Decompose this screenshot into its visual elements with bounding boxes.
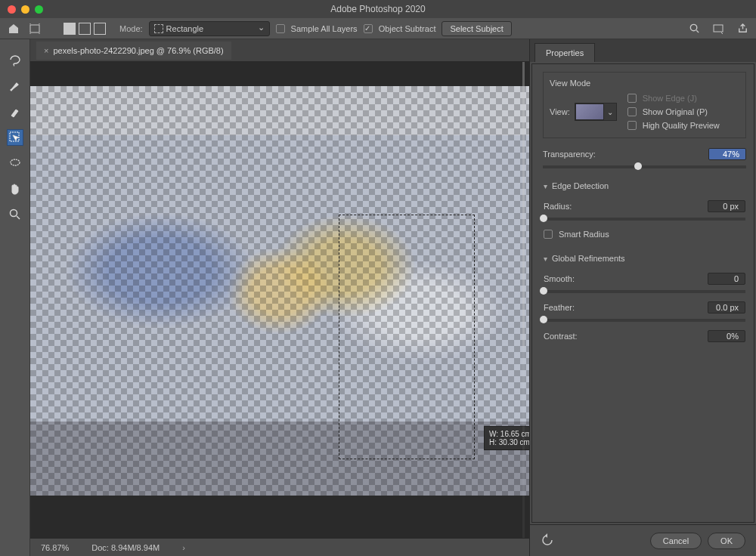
mode-select[interactable]: Rectangle xyxy=(149,21,270,36)
properties-tab[interactable]: Properties xyxy=(534,43,595,62)
global-refinements-section: Global Refinements Smooth:0 Feather:0.0 … xyxy=(543,250,746,344)
status-docsize: Doc: 8.94M/8.94M xyxy=(91,543,160,552)
feather-value[interactable]: 0.0 px xyxy=(708,301,745,314)
reset-icon[interactable] xyxy=(541,533,554,548)
transparency-slider[interactable] xyxy=(543,165,746,168)
lasso-poly-tool-icon[interactable] xyxy=(8,156,23,171)
svg-point-4 xyxy=(11,159,20,165)
document-tab-bar: × pexels-photo-2422290.jpeg @ 76.9% (RGB… xyxy=(30,39,529,62)
search-icon[interactable] xyxy=(686,21,702,36)
edge-detection-section: Edge Detection Radius: 0 px Smart Radius xyxy=(543,178,746,241)
slider-thumb[interactable] xyxy=(540,316,547,323)
view-thumb-icon xyxy=(575,103,604,120)
panel-body: View Mode View: Show Edge (J) Show Origi… xyxy=(531,63,754,523)
minimize-icon[interactable] xyxy=(21,5,29,14)
selection-mode-group xyxy=(64,23,106,35)
title-bar: Adobe Photoshop 2020 xyxy=(0,0,756,18)
slider-thumb[interactable] xyxy=(634,162,642,170)
feather-slider[interactable] xyxy=(544,319,745,322)
sample-all-layers: Sample All Layers xyxy=(276,23,358,35)
show-original-checkbox[interactable]: Show Original (P) xyxy=(627,106,720,118)
screen-mode-icon[interactable] xyxy=(711,21,726,36)
slider-thumb[interactable] xyxy=(540,287,547,295)
slider-thumb[interactable] xyxy=(540,215,547,222)
app-title: Adobe Photoshop 2020 xyxy=(0,4,756,14)
cancel-button[interactable]: Cancel xyxy=(650,533,702,549)
mode-label: Mode: xyxy=(119,24,143,33)
document-tab-label: pexels-photo-2422290.jpeg @ 76.9% (RGB/8… xyxy=(53,46,223,55)
add-selection-icon[interactable] xyxy=(79,23,91,35)
status-bar: 76.87% Doc: 8.94M/8.94M › xyxy=(30,538,529,556)
contrast-value[interactable]: 0% xyxy=(708,330,745,342)
selection-marquee[interactable] xyxy=(339,215,475,459)
brush-tool-icon[interactable] xyxy=(8,104,23,119)
smooth-slider[interactable] xyxy=(544,290,745,293)
tool-dock xyxy=(0,39,30,556)
zoom-tool-icon[interactable] xyxy=(8,207,23,222)
scrollbar-thumb[interactable] xyxy=(522,62,525,348)
svg-rect-0 xyxy=(30,25,39,32)
subtract-selection-icon[interactable] xyxy=(94,23,106,35)
right-icon-group xyxy=(686,21,750,36)
rectangle-dash-icon xyxy=(154,24,163,33)
share-icon[interactable] xyxy=(735,21,750,36)
document-tab[interactable]: × pexels-photo-2422290.jpeg @ 76.9% (RGB… xyxy=(36,42,231,60)
transparency-value[interactable]: 47% xyxy=(708,148,746,160)
chevron-right-icon[interactable]: › xyxy=(182,543,185,552)
checkbox-icon[interactable] xyxy=(364,24,373,33)
properties-panel: Properties View Mode View: Show Edge (J)… xyxy=(529,39,756,556)
section-title[interactable]: Global Refinements xyxy=(544,251,745,266)
object-selection-tool-icon[interactable] xyxy=(8,130,23,145)
svg-point-5 xyxy=(10,210,17,217)
panel-footer: Cancel OK xyxy=(530,524,756,556)
mode-value: Rectangle xyxy=(166,24,204,33)
smart-radius-checkbox[interactable]: Smart Radius xyxy=(544,228,745,240)
panel-header: Properties xyxy=(530,39,756,62)
high-quality-preview-checkbox[interactable]: High Quality Preview xyxy=(627,119,720,131)
view-preset-select[interactable] xyxy=(575,103,617,121)
ok-button[interactable]: OK xyxy=(708,533,745,549)
quick-selection-brush-icon[interactable] xyxy=(8,79,23,94)
svg-point-1 xyxy=(690,24,696,30)
lasso-tool-icon[interactable] xyxy=(8,53,23,68)
radius-value[interactable]: 0 px xyxy=(708,200,745,212)
close-icon[interactable] xyxy=(8,5,16,14)
new-selection-icon[interactable] xyxy=(64,23,76,35)
frame-tool-icon[interactable] xyxy=(27,21,42,36)
view-mode-section: View Mode View: Show Edge (J) Show Origi… xyxy=(543,72,746,138)
status-zoom[interactable]: 76.87% xyxy=(41,543,69,552)
section-title[interactable]: Edge Detection xyxy=(544,178,745,193)
transparency-field: Transparency: 47% xyxy=(543,147,746,168)
options-bar: Mode: Rectangle Sample All Layers Object… xyxy=(0,18,756,39)
show-edge-checkbox: Show Edge (J) xyxy=(627,92,720,104)
radius-slider[interactable] xyxy=(544,218,745,221)
smooth-value[interactable]: 0 xyxy=(708,273,745,285)
home-icon[interactable] xyxy=(6,21,21,36)
maximize-icon[interactable] xyxy=(35,5,43,14)
canvas-checker: W: 16.65 cm H: 30.30 cm xyxy=(30,86,529,496)
object-subtract[interactable]: Object Subtract xyxy=(364,23,436,35)
window-controls xyxy=(0,5,43,14)
vertical-scrollbar[interactable] xyxy=(522,62,525,538)
checkbox-icon xyxy=(276,24,285,33)
canvas-area[interactable]: W: 16.65 cm H: 30.30 cm xyxy=(30,62,529,538)
close-tab-icon[interactable]: × xyxy=(44,46,48,55)
svg-rect-2 xyxy=(714,25,723,32)
hand-tool-icon[interactable] xyxy=(8,181,23,196)
select-subject-button[interactable]: Select Subject xyxy=(442,21,511,36)
